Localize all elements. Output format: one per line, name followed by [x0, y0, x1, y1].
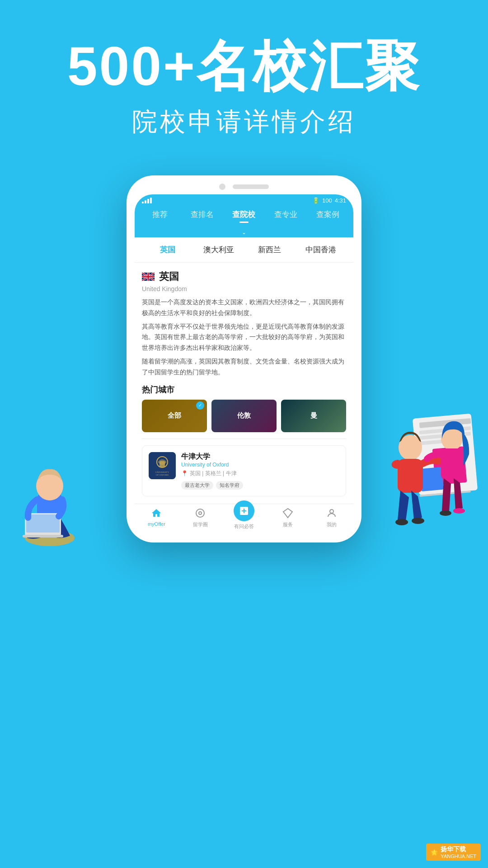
- city-label-manchester: 曼: [310, 411, 317, 420]
- svg-rect-5: [23, 535, 63, 538]
- svg-rect-21: [419, 467, 444, 491]
- country-tabs: 英国 澳大利亚 新西兰 中国香港: [135, 237, 353, 263]
- hero-title: 500+名校汇聚: [18, 36, 470, 96]
- svg-rect-9: [160, 461, 165, 467]
- phone-wrapper: 🔋 100 4:31 推荐 查排名 查院校 查专业 查案例 ⌄ 英国 澳大利亚 …: [0, 175, 488, 570]
- status-right: 🔋 100 4:31: [312, 197, 346, 204]
- status-bar: 🔋 100 4:31: [135, 194, 353, 207]
- bottom-nav-label-mine: 我的: [327, 521, 337, 528]
- uk-flag-icon: [142, 273, 155, 281]
- phone-mockup: 🔋 100 4:31 推荐 查排名 查院校 查专业 查案例 ⌄ 英国 澳大利亚 …: [127, 175, 361, 542]
- university-tags: 最古老大学 知名学府: [181, 481, 339, 490]
- city-card-london[interactable]: 伦敦: [211, 400, 277, 432]
- phone-top-bar: [135, 184, 353, 190]
- battery-level: 100: [322, 197, 332, 204]
- country-name-en: United Kingdom: [142, 285, 346, 292]
- city-label-london: 伦敦: [237, 411, 251, 420]
- country-tab-uk[interactable]: 英国: [142, 243, 193, 257]
- circle-icon: [194, 507, 206, 519]
- country-header: 英国: [142, 270, 346, 283]
- phone-camera: [219, 184, 225, 190]
- svg-rect-4: [26, 514, 60, 533]
- city-card-manchester[interactable]: 曼: [281, 400, 346, 432]
- tab-ranking[interactable]: 查排名: [181, 207, 223, 226]
- phone-speaker: [233, 184, 269, 189]
- svg-text:UNIVERSITY: UNIVERSITY: [155, 471, 169, 473]
- person-icon: [325, 507, 338, 519]
- city-label-all: 全部: [168, 411, 181, 420]
- university-info: 牛津大学 University of Oxford 📍 英国 | 英格兰 | 牛…: [181, 452, 339, 490]
- watermark-line1: 扬华下载: [441, 845, 476, 854]
- svg-point-30: [453, 508, 465, 514]
- diamond-icon: [282, 507, 294, 519]
- bottom-nav-label-qa: 有问必答: [234, 523, 254, 530]
- svg-point-13: [199, 512, 202, 514]
- tab-major[interactable]: 查专业: [265, 207, 307, 226]
- watermark: 🌟 扬华下载 YANGHUA.NET: [426, 844, 481, 861]
- divider: [142, 439, 346, 439]
- watermark-line2: YANGHUA.NET: [441, 854, 476, 859]
- svg-point-25: [395, 519, 408, 525]
- svg-rect-28: [441, 448, 463, 480]
- content-area: 英国 United Kingdom 英国是一个高度发达的资本主义国家，欧洲四大经…: [135, 263, 353, 504]
- country-desc-1: 英国是一个高度发达的资本主义国家，欧洲四大经济体之一，其国民拥有极高的生活水平和…: [142, 297, 346, 319]
- svg-point-14: [330, 509, 333, 513]
- bottom-nav-mine[interactable]: 我的: [310, 507, 353, 530]
- country-desc-3: 随着留学潮的高涨，英国因其教育制度、文凭含金量、名校资源强大成为了中国留学生的热…: [142, 356, 346, 378]
- app-nav: 推荐 查排名 查院校 查专业 查案例: [135, 207, 353, 229]
- phone-screen: 🔋 100 4:31 推荐 查排名 查院校 查专业 查案例 ⌄ 英国 澳大利亚 …: [135, 194, 353, 534]
- battery-icon: 🔋: [312, 197, 319, 204]
- city-check-all: ✓: [196, 401, 204, 410]
- country-tab-australia[interactable]: 澳大利亚: [193, 243, 244, 257]
- nav-chevron: ⌄: [135, 229, 353, 237]
- country-tab-nz[interactable]: 新西兰: [244, 243, 295, 257]
- university-card[interactable]: UNIVERSITY OF OXFORD 牛津大学 University of …: [142, 445, 346, 496]
- bottom-nav: myOffer 留学圈: [135, 504, 353, 534]
- country-tab-hk[interactable]: 中国香港: [295, 243, 346, 257]
- status-left: [142, 198, 152, 203]
- university-name-en: University of Oxford: [181, 462, 339, 468]
- signal-icon: [142, 198, 152, 203]
- bottom-nav-label-myoffer: myOffer: [148, 521, 165, 527]
- location-pin-icon: 📍: [181, 470, 188, 476]
- svg-point-29: [440, 510, 451, 516]
- country-desc-2: 其高等教育水平不仅处于世界领先地位，更是近现代高等教育体制的发源地。英国有世界上…: [142, 321, 346, 354]
- bottom-nav-label-studycircle: 留学圈: [193, 521, 208, 528]
- bottom-nav-label-service: 服务: [283, 521, 293, 528]
- hero-subtitle: 院校申请详情介绍: [18, 105, 470, 139]
- svg-text:OF OXFORD: OF OXFORD: [156, 474, 169, 476]
- tab-cases[interactable]: 查案例: [307, 207, 349, 226]
- bottom-nav-studycircle[interactable]: 留学圈: [178, 507, 222, 530]
- figure-left: [0, 429, 99, 556]
- plus-circle-icon: [234, 500, 254, 521]
- bottom-nav-service[interactable]: 服务: [266, 507, 310, 530]
- time-display: 4:31: [335, 197, 346, 204]
- city-card-all[interactable]: 全部 ✓: [142, 400, 207, 432]
- watermark-icon: 🌟: [431, 849, 438, 856]
- university-location: 📍 英国 | 英格兰 | 牛津: [181, 470, 339, 477]
- hero-section: 500+名校汇聚 院校申请详情介绍: [0, 0, 488, 157]
- bottom-nav-myoffer[interactable]: myOffer: [135, 507, 178, 530]
- city-cards: 全部 ✓ 伦敦 曼: [142, 400, 346, 432]
- figure-right: [343, 389, 488, 561]
- svg-point-12: [196, 509, 204, 517]
- tab-recommend[interactable]: 推荐: [139, 207, 181, 226]
- hot-cities-title: 热门城市: [142, 384, 346, 395]
- university-logo: UNIVERSITY OF OXFORD: [149, 452, 176, 479]
- uni-tag-1: 知名学府: [216, 481, 243, 490]
- home-icon: [150, 507, 163, 519]
- country-name-cn: 英国: [159, 270, 179, 283]
- svg-point-26: [412, 518, 424, 524]
- tab-schools[interactable]: 查院校: [223, 207, 265, 226]
- bottom-nav-qa[interactable]: 有问必答: [222, 507, 266, 530]
- university-name-cn: 牛津大学: [181, 452, 339, 462]
- uni-tag-0: 最古老大学: [181, 481, 213, 490]
